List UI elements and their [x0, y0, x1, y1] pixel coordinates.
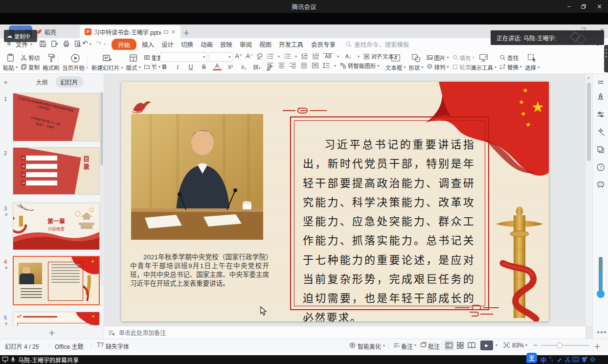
menu-member[interactable]: 会员专享: [311, 40, 336, 49]
meeting-restore-button[interactable]: [581, 0, 586, 13]
tab-outline[interactable]: 大纲: [31, 76, 53, 88]
arrange-button[interactable]: 排列▾: [427, 63, 449, 70]
notes-toggle-label[interactable]: 备注: [401, 342, 413, 350]
meeting-close-button[interactable]: ✕: [597, 0, 602, 13]
output-icon[interactable]: [51, 40, 58, 47]
phonetic-guide-icon[interactable]: 拼▾: [252, 63, 261, 71]
new-slide-button[interactable]: 新建幻灯片▾: [91, 53, 123, 71]
print-icon[interactable]: [63, 40, 70, 47]
numbering-icon[interactable]: [284, 53, 291, 60]
zoom-level[interactable]: 83%: [512, 342, 524, 349]
ime-logo-badge[interactable]: 王: [526, 353, 537, 363]
thermometer-widget[interactable]: [596, 256, 606, 299]
missing-font-label[interactable]: 缺失字体: [106, 342, 129, 350]
view-reading-icon[interactable]: [467, 341, 476, 350]
beautify-icon[interactable]: [349, 341, 356, 349]
bullets-icon[interactable]: [267, 53, 274, 60]
add-slide-row[interactable]: ＋: [0, 326, 104, 339]
zoom-slider-knob[interactable]: [557, 342, 563, 348]
font-color-button[interactable]: A: [213, 64, 222, 70]
slide-thumbnail-3[interactable]: 第一章 内容概要: [13, 203, 100, 250]
vertical-text-icon[interactable]: A↓: [343, 53, 354, 59]
comment-icon[interactable]: [420, 341, 427, 349]
to-smartart-button[interactable]: 转智能图形▾: [340, 62, 380, 69]
scrollbar-thumb[interactable]: [587, 83, 591, 161]
ime-clip-icon[interactable]: [564, 356, 571, 363]
slide-4[interactable]: ★ ★ ★ ★ ★: [121, 82, 549, 321]
menu-transition[interactable]: 切换: [181, 40, 193, 49]
cut-button[interactable]: 剪切: [21, 54, 40, 61]
notes-bar[interactable]: 单击此处添加备注: [104, 326, 585, 339]
italic-button[interactable]: I: [173, 64, 182, 71]
menu-animation[interactable]: 动画: [201, 40, 213, 49]
menu-home[interactable]: 开始: [112, 39, 136, 51]
find-button[interactable]: 查找: [499, 54, 522, 61]
tab-document[interactable]: P 习中特读书会-王曦宇.pptx ✕: [80, 25, 180, 38]
ime-language-toggle[interactable]: 中: [540, 356, 546, 364]
menu-insert[interactable]: 插入: [142, 40, 154, 49]
new-tab-button[interactable]: ＋: [183, 27, 190, 37]
view-sorter-icon[interactable]: [455, 341, 465, 350]
align-left-icon[interactable]: [267, 62, 274, 69]
photo-caption[interactable]: 2021年秋季学期中央党校（国家行政学院）中青年干部培训班9月1日上午在中央党校…: [130, 253, 269, 288]
menu-devtools[interactable]: 开发工具: [279, 40, 303, 49]
font-family-select[interactable]: ▾: [160, 52, 207, 62]
subscript-button[interactable]: X₂: [239, 64, 248, 70]
view-normal-button[interactable]: [444, 341, 454, 350]
fit-window-icon[interactable]: [503, 341, 510, 349]
beautify-collapse-icon[interactable]: ▴: [383, 343, 385, 347]
distribute-icon[interactable]: [312, 62, 319, 69]
slide-thumbnail-2[interactable]: 目录 01 02 03 04: [13, 147, 100, 195]
magic-wand-icon[interactable]: [596, 128, 605, 136]
slideshow-dropdown-icon[interactable]: ▾: [495, 343, 497, 347]
menu-view[interactable]: 视图: [259, 40, 271, 49]
service-robot-icon[interactable]: [596, 180, 605, 188]
help-icon[interactable]: ?: [596, 163, 605, 172]
slide-body-text[interactable]: 习近平总书记的重要讲话指出，新时代党员干部，特别是年轻干部要提高政治能力、调查研…: [303, 135, 475, 321]
slideshow-button[interactable]: ▶: [480, 341, 493, 350]
collapse-panel-icon[interactable]: «: [4, 78, 7, 86]
duplicate-window-icon[interactable]: [596, 145, 605, 154]
zoom-dropdown-icon[interactable]: ▾: [525, 343, 527, 347]
zoom-in-button[interactable]: ＋: [594, 341, 601, 351]
menu-design[interactable]: 设计: [161, 40, 174, 49]
editing-canvas[interactable]: ★ ★ ★ ★ ★: [104, 74, 585, 326]
zoom-slider-track[interactable]: [541, 345, 590, 346]
font-size-select[interactable]: ▾: [209, 52, 232, 62]
play-from-current-button[interactable]: 当页开始▾: [62, 53, 88, 71]
settings-sliders-icon[interactable]: [596, 110, 605, 119]
rocket-icon[interactable]: [596, 92, 605, 101]
ime-skin-icon[interactable]: [581, 356, 587, 363]
present-tools-button[interactable]: 演示工具▾: [471, 53, 496, 71]
meeting-collapsed-toolbar[interactable]: [604, 45, 608, 72]
comment-label[interactable]: 批注: [428, 342, 440, 350]
justify-icon[interactable]: [300, 62, 308, 69]
bold-button[interactable]: B: [160, 64, 169, 70]
format-painter-button[interactable]: 格式刷: [43, 53, 60, 71]
superscript-button[interactable]: X²: [226, 64, 235, 70]
tab-close-icon[interactable]: ✕: [171, 29, 176, 35]
command-search-field[interactable]: 查找命令、搜索模板: [354, 40, 409, 49]
copy-button[interactable]: 复制: [21, 63, 40, 70]
ime-keyboard-icon[interactable]: [572, 357, 579, 362]
strikethrough-button[interactable]: S: [200, 64, 208, 70]
decrease-font-button[interactable]: A⁻: [245, 52, 254, 62]
tab-slides[interactable]: 幻灯片: [56, 76, 83, 88]
textbox-button[interactable]: A 文本框▾: [385, 53, 406, 71]
notes-dropdown-icon[interactable]: ▾: [414, 343, 416, 347]
panel-handle-icon[interactable]: [596, 78, 605, 87]
scroll-up-icon[interactable]: ▲: [587, 76, 590, 79]
panel-more-icon[interactable]: ●●●: [597, 329, 607, 335]
paste-button[interactable]: 粘贴▾: [3, 53, 18, 71]
layout-button[interactable]: 版式▾: [126, 53, 141, 71]
line-spacing-icon[interactable]: [323, 62, 330, 69]
xi-jinping-photo[interactable]: [131, 114, 263, 240]
sidebar-scrollbar[interactable]: [100, 92, 103, 286]
undo-dropdown-icon[interactable]: ▾: [90, 42, 91, 46]
meeting-minimize-button[interactable]: −: [567, 0, 571, 13]
underline-button[interactable]: U: [186, 64, 195, 70]
decrease-indent-icon[interactable]: [301, 53, 308, 60]
text-direction-icon[interactable]: AB: [323, 53, 333, 59]
notes-toggle-icon[interactable]: [393, 341, 400, 349]
increase-indent-icon[interactable]: [312, 53, 319, 60]
